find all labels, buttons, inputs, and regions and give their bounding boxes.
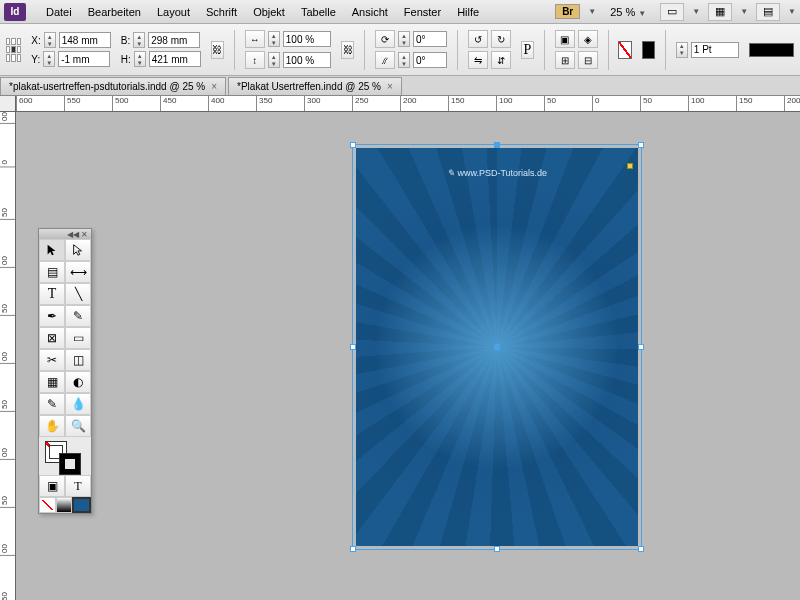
gradient-swatch-tool[interactable]: ▦ [39, 371, 65, 393]
resize-handle-mr[interactable] [638, 344, 644, 350]
stroke-color-icon[interactable] [59, 453, 81, 475]
stroke-swatch[interactable] [642, 41, 655, 59]
menu-bearbeiten[interactable]: Bearbeiten [80, 6, 149, 18]
formatting-container-button[interactable]: ▣ [39, 475, 65, 497]
fit-frame-button[interactable]: ⊟ [578, 51, 598, 69]
direct-selection-tool[interactable] [65, 239, 91, 261]
constrain-wh-icon[interactable]: ⛓ [211, 41, 224, 59]
screen-mode-button[interactable]: ▭ [660, 3, 684, 21]
zoom-tool[interactable]: 🔍 [65, 415, 91, 437]
workarea[interactable]: 6005505004504003503002502001501005005010… [0, 96, 800, 600]
vertical-ruler[interactable]: 000500050005000500050 [0, 112, 16, 600]
menu-objekt[interactable]: Objekt [245, 6, 293, 18]
w-stepper[interactable]: ▲▼ [133, 32, 145, 48]
menu-hilfe[interactable]: Hilfe [449, 6, 487, 18]
stroke-style-dropdown[interactable] [749, 43, 794, 57]
document-page[interactable]: ✎ www.PSD-Tutorials.de [356, 148, 638, 546]
y-stepper[interactable]: ▲▼ [43, 51, 55, 67]
h-stepper[interactable]: ▲▼ [134, 51, 146, 67]
close-icon[interactable]: × [387, 81, 393, 92]
resize-handle-bm[interactable] [494, 546, 500, 552]
zoom-level-dropdown[interactable]: 25 % ▼ [604, 6, 652, 18]
menu-tabelle[interactable]: Tabelle [293, 6, 344, 18]
line-tool[interactable]: ╲ [65, 283, 91, 305]
shear-input[interactable] [413, 52, 447, 68]
resize-handle-br[interactable] [638, 546, 644, 552]
arrange-button[interactable]: ▦ [708, 3, 732, 21]
chevron-down-icon[interactable]: ▼ [588, 7, 596, 16]
bridge-button[interactable]: Br [555, 4, 580, 19]
document-tab-bar: *plakat-usertreffen-psdtutorials.indd @ … [0, 76, 800, 96]
app-logo-icon: Id [4, 3, 26, 21]
page-tool[interactable]: ▤ [39, 261, 65, 283]
w-label: B: [121, 35, 130, 46]
select-content-button[interactable]: ◈ [578, 30, 598, 48]
rot-stepper[interactable]: ▲▼ [398, 31, 410, 47]
rectangle-frame-tool[interactable]: ⊠ [39, 327, 65, 349]
flip-v-button[interactable]: ⇵ [491, 51, 511, 69]
pen-tool[interactable]: ✒ [39, 305, 65, 327]
menu-datei[interactable]: Datei [38, 6, 80, 18]
close-icon[interactable]: × [211, 81, 217, 92]
rotate-input[interactable] [413, 31, 447, 47]
pencil-tool[interactable]: ✎ [65, 305, 91, 327]
fit-content-button[interactable]: ⊞ [555, 51, 575, 69]
scissors-tool[interactable]: ✂ [39, 349, 65, 371]
apply-color-button[interactable] [72, 497, 91, 513]
menu-fenster[interactable]: Fenster [396, 6, 449, 18]
fill-swatch[interactable] [618, 41, 631, 59]
control-bar: X:▲▼ Y:▲▼ B:▲▼ H:▲▼ ⛓ ↔▲▼ ↕▲▼ ⛓ ⟳▲▼ ⫽▲▼ … [0, 24, 800, 76]
horizontal-ruler[interactable]: 6005505004504003503002502001501005005010… [16, 96, 800, 112]
x-stepper[interactable]: ▲▼ [44, 32, 56, 48]
menu-schrift[interactable]: Schrift [198, 6, 245, 18]
ruler-origin[interactable] [0, 96, 16, 112]
workspace-button[interactable]: ▤ [756, 3, 780, 21]
hand-tool[interactable]: ✋ [39, 415, 65, 437]
note-tool[interactable]: ✎ [39, 393, 65, 415]
sy-stepper[interactable]: ▲▼ [268, 52, 280, 68]
constrain-scale-icon[interactable]: ⛓ [341, 41, 354, 59]
sx-stepper[interactable]: ▲▼ [268, 31, 280, 47]
eyedropper-tool[interactable]: 💧 [65, 393, 91, 415]
free-transform-tool[interactable]: ◫ [65, 349, 91, 371]
menu-layout[interactable]: Layout [149, 6, 198, 18]
formatting-text-button[interactable]: T [65, 475, 91, 497]
reference-point-picker[interactable] [6, 38, 21, 62]
document-tab[interactable]: *Plakat Usertreffen.indd @ 25 %× [228, 77, 402, 95]
apply-none-button[interactable] [39, 497, 56, 513]
tab-label: *plakat-usertreffen-psdtutorials.indd @ … [9, 81, 205, 92]
h-input[interactable] [149, 51, 201, 67]
rotate-ccw-button[interactable]: ↺ [468, 30, 488, 48]
gradient-feather-tool[interactable]: ◐ [65, 371, 91, 393]
sy-input[interactable] [283, 52, 331, 68]
shear-icon: ⫽ [375, 51, 395, 69]
selection-tool[interactable] [39, 239, 65, 261]
tab-label: *Plakat Usertreffen.indd @ 25 % [237, 81, 381, 92]
type-tool[interactable]: T [39, 283, 65, 305]
document-tab[interactable]: *plakat-usertreffen-psdtutorials.indd @ … [0, 77, 226, 95]
shear-stepper[interactable]: ▲▼ [398, 52, 410, 68]
resize-handle-bl[interactable] [350, 546, 356, 552]
stroke-weight-input[interactable] [691, 42, 739, 58]
gap-tool[interactable]: ⟷ [65, 261, 91, 283]
x-input[interactable] [59, 32, 111, 48]
tools-panel[interactable]: ◀◀ ✕ ▤ ⟷ T ╲ ✒ ✎ ⊠ ▭ ✂ ◫ ▦ ◐ ✎ 💧 ✋ 🔍 ▣ [38, 228, 92, 514]
y-label: Y: [31, 54, 40, 65]
rectangle-tool[interactable]: ▭ [65, 327, 91, 349]
panel-collapse-icon[interactable]: ◀◀ ✕ [39, 229, 91, 239]
stroke-weight-stepper[interactable]: ▲▼ [676, 42, 688, 58]
fill-stroke-picker[interactable] [39, 437, 91, 475]
char-format-icon[interactable]: P [521, 41, 534, 59]
apply-gradient-button[interactable] [56, 497, 73, 513]
rotate-cw-button[interactable]: ↻ [491, 30, 511, 48]
h-label: H: [121, 54, 131, 65]
resize-handle-tr[interactable] [638, 142, 644, 148]
flip-h-button[interactable]: ⇋ [468, 51, 488, 69]
menu-bar: Id Datei Bearbeiten Layout Schrift Objek… [0, 0, 800, 24]
y-input[interactable] [58, 51, 110, 67]
w-input[interactable] [148, 32, 200, 48]
menu-ansicht[interactable]: Ansicht [344, 6, 396, 18]
scale-x-icon: ↔ [245, 30, 265, 48]
sx-input[interactable] [283, 31, 331, 47]
select-container-button[interactable]: ▣ [555, 30, 575, 48]
